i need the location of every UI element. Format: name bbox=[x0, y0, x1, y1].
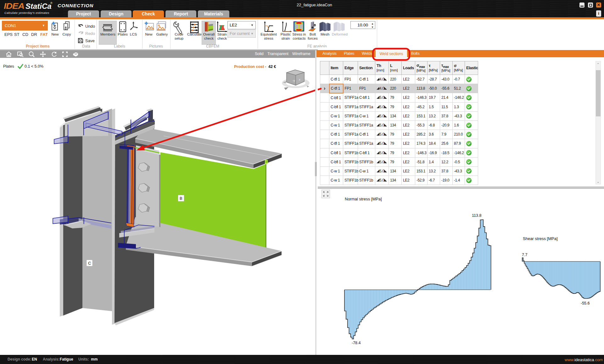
svg-text:x: x bbox=[299, 78, 300, 81]
svg-text:Normal stress [MPa]: Normal stress [MPa] bbox=[345, 197, 382, 201]
svg-text:-55.6: -55.6 bbox=[581, 301, 590, 305]
svg-text:B: B bbox=[180, 196, 182, 201]
svg-text:-y: -y bbox=[293, 79, 295, 82]
svg-text:C: C bbox=[88, 261, 91, 266]
svg-text:113.8: 113.8 bbox=[472, 213, 481, 218]
svg-text:-78.4: -78.4 bbox=[352, 341, 361, 345]
svg-text:Shear stress [MPa]: Shear stress [MPa] bbox=[523, 236, 558, 241]
svg-text:7.7: 7.7 bbox=[522, 253, 527, 257]
